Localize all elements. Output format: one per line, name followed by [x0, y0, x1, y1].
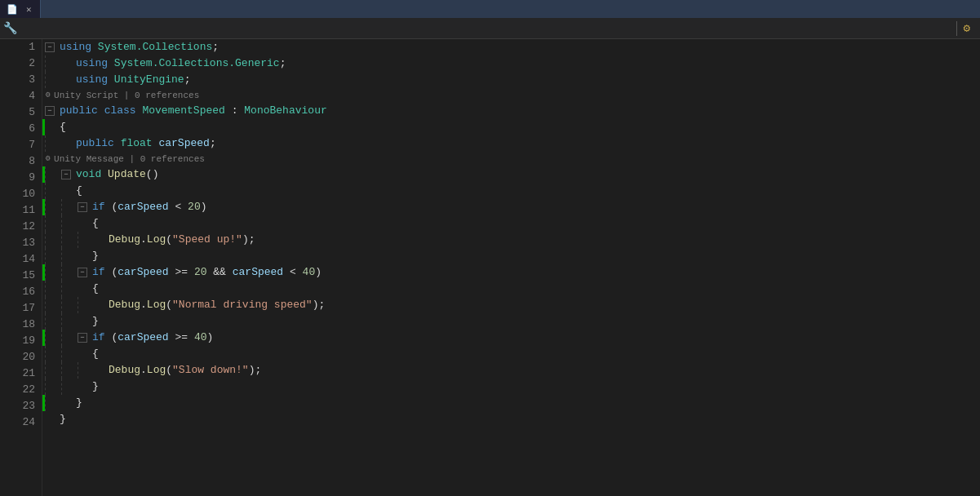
code-line[interactable]: {: [42, 183, 980, 199]
indent-guide: [45, 281, 61, 297]
indent-guide: [61, 362, 78, 379]
codelens-hint[interactable]: ⚙Unity Message | 0 references: [42, 152, 980, 166]
indent-guide: [45, 183, 61, 199]
line-code: if (carSpeed >= 40): [89, 330, 980, 346]
line-code: Debug.Log("Slow down!");: [105, 362, 980, 379]
fold-marker[interactable]: −: [61, 170, 71, 179]
indent-guide: [45, 72, 61, 88]
line-code: if (carSpeed < 20): [89, 199, 980, 215]
line-number: 2: [3, 55, 42, 72]
line-number: 11: [3, 202, 42, 219]
fold-marker[interactable]: −: [78, 202, 87, 212]
fold-marker[interactable]: −: [78, 268, 87, 277]
code-content[interactable]: −using System.Collections; using System.…: [42, 39, 980, 496]
indent-guide: [61, 248, 78, 264]
indent-guide: [45, 199, 61, 215]
line-code: Debug.Log("Speed up!");: [105, 232, 980, 248]
code-line[interactable]: −if (carSpeed >= 40): [42, 330, 980, 346]
line-code: }: [73, 395, 980, 411]
line-number: 6: [3, 121, 42, 137]
line-number: 4: [3, 88, 42, 104]
line-number: 21: [3, 365, 42, 382]
code-line[interactable]: }: [42, 379, 980, 395]
line-number: 23: [3, 398, 42, 414]
line-code: Debug.Log("Normal driving speed");: [105, 297, 980, 313]
indent-guide: [45, 313, 61, 330]
fold-marker[interactable]: −: [45, 42, 55, 52]
indent-guide: [45, 232, 61, 248]
assembly-icon: 🔧: [3, 21, 17, 35]
line-code: }: [89, 248, 980, 264]
line-code: using System.Collections.Generic;: [73, 55, 980, 72]
line-number: 15: [3, 268, 42, 284]
code-line[interactable]: {: [42, 346, 980, 362]
codelens-hint[interactable]: ⚙Unity Script | 0 references: [42, 88, 980, 103]
indent-guide: [45, 346, 61, 362]
indent-guide: [61, 346, 78, 362]
fold-marker[interactable]: −: [45, 106, 55, 116]
code-line[interactable]: {: [42, 119, 980, 135]
codelens-text: Unity Script | 0 references: [54, 88, 199, 103]
indent-guide: [78, 362, 94, 379]
line-code: public class MovementSpeed : MonoBehavio…: [56, 103, 980, 119]
code-line[interactable]: Debug.Log("Normal driving speed");: [42, 297, 980, 313]
code-line[interactable]: {: [42, 215, 980, 232]
indent-guide: [61, 379, 78, 395]
line-number: 19: [3, 333, 42, 349]
code-line[interactable]: Debug.Log("Speed up!");: [42, 232, 980, 248]
line-number: 22: [3, 382, 42, 398]
toolbar-left: 🔧: [0, 21, 956, 35]
file-icon: 📄: [7, 4, 18, 15]
indent-guide: [61, 297, 78, 313]
code-line[interactable]: −public class MovementSpeed : MonoBehavi…: [42, 103, 980, 119]
indent-guide: [45, 215, 61, 232]
code-line[interactable]: }: [42, 248, 980, 264]
code-line[interactable]: public float carSpeed;: [42, 135, 980, 152]
line-number: 16: [3, 284, 42, 300]
line-code: {: [89, 346, 980, 362]
indent-guide: [45, 248, 61, 264]
fold-marker[interactable]: −: [78, 333, 87, 343]
indent-guide: [45, 135, 61, 152]
line-code: using UnityEngine;: [73, 72, 980, 88]
tab-movement-speed[interactable]: 📄 ✕: [0, 0, 41, 18]
toolbar: 🔧 ⚙: [0, 18, 980, 39]
line-number: 20: [3, 349, 42, 365]
indent-guide: [61, 215, 78, 232]
line-code: {: [73, 183, 980, 199]
indent-guide: [78, 232, 94, 248]
line-code: }: [89, 379, 980, 395]
indent-guide: [45, 264, 61, 281]
code-line[interactable]: {: [42, 281, 980, 297]
line-number: 12: [3, 219, 42, 235]
line-code: }: [56, 411, 980, 427]
indent-guide: [45, 166, 61, 183]
line-number: 8: [3, 153, 42, 170]
code-line[interactable]: }: [42, 313, 980, 330]
line-number-gutter: 123456789101112131415161718192021222324: [3, 39, 42, 496]
code-line[interactable]: Debug.Log("Slow down!");: [42, 362, 980, 379]
code-line[interactable]: −void Update(): [42, 166, 980, 183]
line-number: 10: [3, 186, 42, 202]
code-line[interactable]: }: [42, 411, 980, 427]
code-line[interactable]: using UnityEngine;: [42, 72, 980, 88]
codelens-icon: ⚙: [46, 152, 51, 166]
line-code: {: [89, 215, 980, 232]
codelens-text: Unity Message | 0 references: [54, 152, 205, 166]
code-line[interactable]: −if (carSpeed < 20): [42, 199, 980, 215]
indent-guide: [61, 313, 78, 330]
code-line[interactable]: using System.Collections.Generic;: [42, 55, 980, 72]
tab-bar: 📄 ✕: [0, 0, 980, 18]
line-number: 1: [3, 39, 42, 55]
member-icon: ⚙: [964, 21, 970, 35]
code-line[interactable]: }: [42, 395, 980, 411]
tab-close-button[interactable]: ✕: [24, 4, 33, 15]
code-line[interactable]: −using System.Collections;: [42, 39, 980, 55]
code-line[interactable]: −if (carSpeed >= 20 && carSpeed < 40): [42, 264, 980, 281]
toolbar-right: ⚙: [957, 21, 980, 35]
line-code: using System.Collections;: [56, 39, 980, 55]
line-number: 24: [3, 414, 42, 431]
line-code: if (carSpeed >= 20 && carSpeed < 40): [89, 264, 980, 281]
line-number: 5: [3, 104, 42, 121]
line-number: 14: [3, 251, 42, 268]
